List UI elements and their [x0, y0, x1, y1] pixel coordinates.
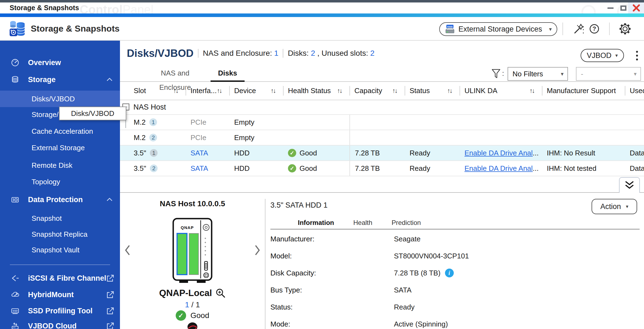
- column-header-health-status[interactable]: Health Status↑↓: [283, 82, 349, 100]
- raid-device-icon: RAID: [444, 24, 455, 34]
- app-title: Storage & Snapshots: [31, 24, 120, 34]
- sidebar-item-hybridmount[interactable]: HybridMount: [0, 289, 120, 301]
- table-group-row-nas-host[interactable]: − NAS Host: [120, 100, 644, 115]
- chevron-down-icon: ▾: [626, 203, 628, 210]
- detail-tab-health[interactable]: Health: [353, 219, 372, 227]
- status-good-icon: ✓: [176, 310, 186, 321]
- filter-funnel-icon[interactable]: [491, 68, 501, 79]
- sort-icon[interactable]: ↑↓: [447, 87, 460, 94]
- collapse-panel-button[interactable]: [619, 177, 640, 193]
- slot-number-badge: 2: [149, 134, 157, 141]
- column-header-ulink-da[interactable]: ULINK DA↑↓: [460, 82, 542, 100]
- disk-detail-panel: 3.5" SATA HDD 1 Action ▾ Information Hea…: [270, 193, 644, 329]
- drive-bay-2[interactable]: [189, 233, 198, 275]
- health-good-icon: ✓: [288, 164, 296, 172]
- vjbod-button[interactable]: VJBOD ▾: [581, 49, 624, 62]
- window-titlebar: Storage & Snapshots ControlPanel: [0, 0, 644, 13]
- nas-device-illustration[interactable]: QNAP: [172, 218, 213, 284]
- zoom-in-icon[interactable]: [215, 288, 226, 298]
- field-status: Status: Ready: [270, 299, 640, 316]
- sidebar-item-remote-disk[interactable]: Remote Disk: [0, 159, 120, 171]
- interface-link[interactable]: SATA: [186, 146, 229, 160]
- svg-text:QNAP: QNAP: [181, 225, 194, 230]
- sidebar-item-snapshot-replica[interactable]: Snapshot Replica: [0, 228, 120, 240]
- sidebar-item-topology[interactable]: Topology: [0, 176, 120, 188]
- filter-dropdown[interactable]: No Filters ▾: [508, 67, 568, 81]
- more-options-button[interactable]: [633, 48, 641, 63]
- table-row[interactable]: 3.5"2 SATA HDD ✓Good 7.28 TB Ready Enabl…: [120, 161, 644, 176]
- sort-icon[interactable]: ↑↓: [530, 87, 542, 94]
- minimize-icon: [607, 7, 614, 9]
- sidebar-item-iscsi-fibre-channel[interactable]: iSCSI & Fibre Channel: [0, 272, 120, 284]
- column-header-manufacturer-support[interactable]: Manufacturer Support: [542, 82, 625, 100]
- disk-detail-title: 3.5" SATA HDD 1: [270, 201, 327, 210]
- sidebar-item-external-storage[interactable]: External Storage: [0, 142, 120, 154]
- sidebar-item-disks-vjbod[interactable]: Disks/VJBOD: [0, 91, 120, 107]
- tab-disks[interactable]: Disks: [211, 66, 245, 82]
- vjbod-cloud-icon: [11, 322, 19, 329]
- sort-icon[interactable]: ↑↓: [337, 87, 349, 94]
- table-row[interactable]: M.22 PCIe Empty: [120, 130, 644, 146]
- filter-secondary-dropdown[interactable]: - ▾: [576, 67, 641, 81]
- main-content: Disks/VJBOD NAS and Enclosure: 1 Disks: …: [120, 41, 644, 329]
- drive-bay-1[interactable]: [177, 233, 187, 275]
- action-button[interactable]: Action ▾: [592, 199, 637, 214]
- sidebar-item-cache-acceleration[interactable]: Cache Acceleration: [0, 125, 120, 137]
- chevron-up-icon[interactable]: [106, 196, 113, 203]
- gauge-icon: [11, 58, 19, 67]
- close-icon: [632, 4, 640, 12]
- app-header: Storage & Snapshots RAID External Storag…: [0, 17, 644, 41]
- stat-divider: [283, 49, 283, 58]
- column-header-interface[interactable]: Interfa...↑↓: [186, 82, 229, 100]
- device-selector-dropdown[interactable]: RAID External Storage Devices ▾: [439, 22, 557, 36]
- chevron-down-icon: ▾: [634, 71, 637, 77]
- field-mode: Mode: Active (Spinning): [270, 316, 640, 329]
- column-header-device[interactable]: Device↑↓: [229, 82, 283, 100]
- table-row[interactable]: M.21 PCIe Empty: [120, 115, 644, 130]
- maximize-button[interactable]: [617, 2, 629, 13]
- external-link-icon: [106, 274, 114, 282]
- slot-number-badge: 1: [149, 118, 157, 126]
- close-button[interactable]: [630, 2, 642, 13]
- detail-tab-prediction[interactable]: Prediction: [391, 219, 421, 227]
- table-row-selected[interactable]: 3.5"1 SATA HDD ✓Good 7.28 TB Ready Enabl…: [120, 146, 644, 161]
- carousel-prev-button[interactable]: [124, 244, 131, 256]
- settings-button[interactable]: [619, 23, 631, 35]
- filter-colon: :: [502, 69, 504, 78]
- sidebar-item-storage[interactable]: Storage: [0, 74, 120, 86]
- column-header-capacity[interactable]: Capacity↑↓: [349, 82, 405, 100]
- chevron-up-icon[interactable]: [106, 76, 113, 83]
- sidebar-item-overview[interactable]: Overview: [0, 57, 120, 69]
- sort-icon[interactable]: ↑↓: [392, 87, 405, 94]
- chevron-down-icon: ▾: [561, 71, 564, 77]
- enable-da-link[interactable]: Enable DA Drive Anal: [464, 164, 533, 173]
- sort-icon[interactable]: ↑↓: [173, 87, 186, 94]
- chevron-down-icon: ▾: [615, 52, 618, 58]
- sidebar-item-data-protection[interactable]: Data Protection: [0, 194, 120, 206]
- detail-tabs: Information Health Prediction: [298, 219, 421, 227]
- sort-icon[interactable]: ↑↓: [217, 87, 229, 94]
- help-button[interactable]: ?: [588, 23, 601, 35]
- sidebar-item-ssd-profiling-tool[interactable]: SSD SSD Profiling Tool: [0, 305, 120, 317]
- sort-icon[interactable]: ↑↓: [271, 87, 283, 94]
- carousel-next-button[interactable]: [254, 244, 261, 256]
- disk-info-fields: Manufacturer: Seagate Model: ST8000VN004…: [270, 230, 640, 329]
- sidebar-item-vjbod-cloud[interactable]: VJBOD Cloud: [0, 320, 120, 329]
- watermark-text: ControlPanel: [80, 3, 153, 13]
- column-header-slot[interactable]: Slot↑↓: [120, 82, 186, 100]
- slot-number-badge: 2: [150, 164, 158, 172]
- tab-nas-and-enclosure[interactable]: NAS and Enclosure: [149, 66, 201, 82]
- titlebar-top-strip: [0, 0, 644, 2]
- interface-link[interactable]: SATA: [186, 161, 229, 176]
- detail-tab-information[interactable]: Information: [298, 219, 334, 227]
- enable-da-link[interactable]: Enable DA Drive Anal: [464, 149, 533, 157]
- wizard-button[interactable]: [572, 23, 585, 35]
- column-header-used[interactable]: Used: [625, 82, 644, 100]
- sidebar-item-snapshot[interactable]: Snapshot: [0, 212, 120, 224]
- field-disk-capacity: Disk Capacity: 7.28 TB (8 TB)i: [270, 264, 640, 281]
- slot-number-badge: 1: [150, 149, 158, 157]
- info-icon[interactable]: i: [445, 269, 454, 277]
- sidebar-item-snapshot-vault[interactable]: Snapshot Vault: [0, 244, 120, 256]
- minimize-button[interactable]: [604, 2, 617, 13]
- column-header-status[interactable]: Status↑↓: [405, 82, 460, 100]
